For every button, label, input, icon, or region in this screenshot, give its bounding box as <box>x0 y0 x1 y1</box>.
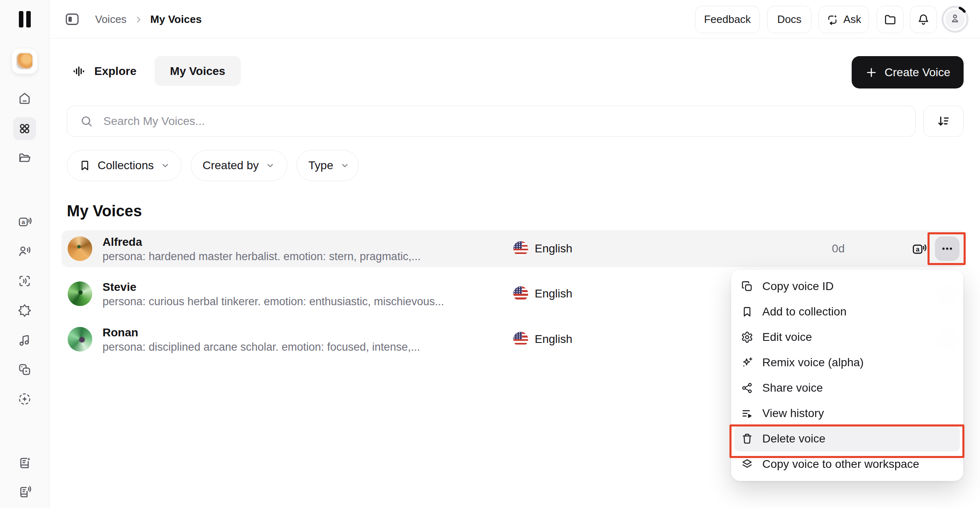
search-bar[interactable] <box>67 106 916 137</box>
sidebar-item-music[interactable] <box>13 329 36 352</box>
files-button[interactable] <box>877 6 904 33</box>
tab-explore[interactable]: Explore <box>72 56 137 86</box>
workspace-switcher[interactable] <box>11 48 38 74</box>
voice-context-menu: Copy voice ID Add to collection Edit voi… <box>731 270 963 481</box>
menu-item-view-history[interactable]: View history <box>734 401 960 426</box>
voice-description: persona: hardened master herbalist. emot… <box>103 250 421 263</box>
filter-type-label: Type <box>308 159 333 172</box>
menu-item-label: Share voice <box>762 381 823 395</box>
sidebar-item-voice-isolator[interactable] <box>13 388 36 410</box>
trash-icon <box>741 433 753 445</box>
menu-item-copy-voice-id[interactable]: Copy voice ID <box>734 274 960 299</box>
grid-circles-icon <box>18 122 32 136</box>
gear-icon <box>741 331 753 343</box>
menu-item-add-to-collection[interactable]: Add to collection <box>734 299 960 324</box>
history-list-icon <box>741 407 753 420</box>
sparkles-icon <box>741 356 753 369</box>
menu-item-remix-voice[interactable]: Remix voice (alpha) <box>734 350 960 375</box>
filter-collections[interactable]: Collections <box>67 150 182 181</box>
plus-icon <box>865 66 878 79</box>
copy-icon <box>741 280 753 293</box>
burst-star-icon <box>18 304 32 318</box>
us-flag-icon <box>513 241 528 256</box>
folder-open-icon <box>18 151 32 165</box>
sidebar-item-voice-changer[interactable] <box>13 240 36 263</box>
panel-toggle-button[interactable] <box>64 11 80 27</box>
sidebar-item-projects[interactable] <box>13 147 36 170</box>
user-avatar-icon <box>949 13 961 24</box>
tab-my-voices-label: My Voices <box>170 65 226 78</box>
account-button[interactable] <box>941 5 969 34</box>
tab-explore-label: Explore <box>94 65 137 78</box>
voice-language-label: English <box>535 287 572 300</box>
create-voice-label: Create Voice <box>884 66 950 79</box>
sidebar-item-audio-native[interactable] <box>13 451 36 474</box>
panel-left-icon <box>64 11 80 27</box>
book-sparkle-icon <box>18 456 32 470</box>
bookmark-icon <box>741 306 753 318</box>
chevron-down-icon <box>160 161 170 170</box>
ask-button[interactable]: Ask <box>818 6 869 33</box>
sort-icon <box>937 114 950 128</box>
sidebar-item-text-to-speech[interactable]: a <box>13 210 36 233</box>
search-input[interactable] <box>103 114 903 128</box>
menu-item-share-voice[interactable]: Share voice <box>734 375 960 401</box>
docs-button-label: Docs <box>777 13 801 26</box>
svg-text:a: a <box>916 246 919 253</box>
header-divider <box>50 38 980 39</box>
sidebar-item-dubbing[interactable] <box>13 358 36 381</box>
breadcrumb-voices[interactable]: Voices <box>95 13 127 26</box>
voice-name: Ronan <box>103 326 420 340</box>
voice-description: persona: curious herbal tinkerer. emotio… <box>103 295 444 308</box>
use-voice-tts-icon[interactable]: a <box>911 241 927 256</box>
sidebar-item-sound-effects[interactable] <box>13 299 36 322</box>
dubbing-icon <box>18 363 32 376</box>
filter-type[interactable]: Type <box>296 150 359 181</box>
voice-language: English <box>513 321 572 358</box>
sidebar-item-reader[interactable] <box>13 481 36 503</box>
waveform-icon <box>72 64 86 78</box>
voice-avatar <box>68 281 92 306</box>
menu-item-label: Remix voice (alpha) <box>762 356 864 369</box>
sidebar-item-voices[interactable] <box>13 117 36 140</box>
sidebar-item-speech-to-text[interactable] <box>13 270 36 293</box>
speech-to-text-icon <box>18 274 32 288</box>
sparkle-circle-icon <box>18 392 32 406</box>
create-voice-button[interactable]: Create Voice <box>852 56 964 88</box>
us-flag-icon <box>513 286 528 301</box>
menu-item-label: Delete voice <box>762 432 825 445</box>
chevron-down-icon <box>265 161 275 170</box>
voice-language: English <box>513 230 572 267</box>
docs-button[interactable]: Docs <box>767 6 811 33</box>
voice-name: Stevie <box>103 280 444 294</box>
section-title: My Voices <box>67 202 142 220</box>
search-icon <box>80 114 93 128</box>
folder-icon <box>884 13 897 26</box>
more-options-button[interactable] <box>935 236 959 261</box>
voice-row-alfreda[interactable]: Alfreda persona: hardened master herbali… <box>62 230 966 267</box>
voice-info: Stevie persona: curious herbal tinkerer.… <box>103 280 444 308</box>
voice-language-label: English <box>535 242 572 255</box>
svg-text:a: a <box>22 219 25 225</box>
menu-item-copy-voice-to-workspace[interactable]: Copy voice to other workspace <box>734 451 960 477</box>
bell-icon <box>917 13 930 26</box>
voice-name: Alfreda <box>103 235 421 249</box>
menu-item-delete-voice[interactable]: Delete voice <box>734 426 960 451</box>
tab-my-voices[interactable]: My Voices <box>155 56 241 86</box>
voice-info: Alfreda persona: hardened master herbali… <box>103 235 421 263</box>
sidebar-item-home[interactable] <box>13 87 36 110</box>
feedback-button[interactable]: Feedback <box>695 6 760 33</box>
filter-created-by[interactable]: Created by <box>191 150 287 181</box>
menu-item-edit-voice[interactable]: Edit voice <box>734 324 960 350</box>
home-icon <box>18 91 32 105</box>
workspace-avatar <box>16 52 33 70</box>
notifications-button[interactable] <box>910 6 937 33</box>
filter-created-by-label: Created by <box>203 159 259 172</box>
voice-description: persona: disciplined arcane scholar. emo… <box>103 340 420 354</box>
voice-avatar <box>68 236 92 261</box>
ask-ai-icon <box>826 14 839 26</box>
breadcrumb: Voices My Voices <box>95 13 202 26</box>
text-to-speech-icon: a <box>18 215 32 229</box>
filter-collections-label: Collections <box>98 159 154 172</box>
sort-button[interactable] <box>923 106 964 137</box>
